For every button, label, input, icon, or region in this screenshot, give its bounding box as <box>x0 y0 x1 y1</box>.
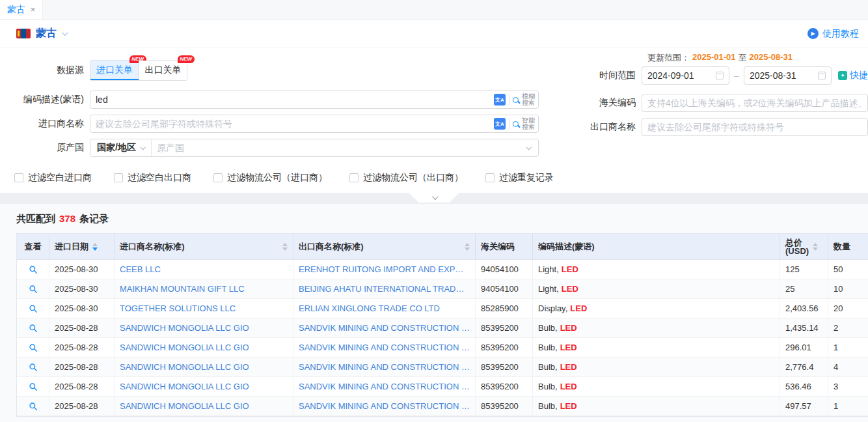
column-header-date[interactable]: 进口日期 <box>49 234 115 259</box>
sort-icon[interactable] <box>465 243 470 251</box>
tab-label: 蒙古 <box>7 4 25 16</box>
cell-quantity: 1 <box>828 338 868 357</box>
table-row: 2025-08-28 SANDWICH MONGOLIA LLC GIO SAN… <box>17 358 868 377</box>
cell-total-usd: 497.57 <box>780 397 828 415</box>
view-record-button[interactable] <box>29 304 38 313</box>
column-label: 出口商名称(标准) <box>299 241 364 253</box>
tutorial-link[interactable]: ▶ 使用教程 <box>807 28 859 40</box>
country-name: 蒙古 <box>36 27 57 40</box>
view-record-button[interactable] <box>29 285 38 294</box>
description-highlight: LED <box>560 362 577 372</box>
checkbox-filter-duplicates[interactable]: 过滤重复记录 <box>485 172 554 184</box>
exporter-input[interactable] <box>642 119 867 135</box>
checkbox-icon <box>114 173 123 182</box>
magnifier-icon <box>29 304 38 313</box>
exporter-link[interactable]: SANDVIK MINING AND CONSTRUCTION L... <box>299 401 470 411</box>
cell-import-date: 2025-08-30 <box>49 279 115 298</box>
cell-total-usd: 1,435.14 <box>780 318 828 337</box>
filter-left-column: 数据源 进口关单 NEW 出口关单 NEW 编码描述(蒙语) 文A <box>0 52 552 163</box>
exporter-link[interactable]: SANDVIK MINING AND CONSTRUCTION L... <box>299 323 470 333</box>
sort-icon[interactable] <box>92 243 98 251</box>
view-record-button[interactable] <box>29 363 38 372</box>
column-label: (USD) <box>785 247 809 255</box>
column-header-description: 编码描述(蒙语) <box>533 234 780 259</box>
importer-link[interactable]: TOGETHER SOLUTIONS LLC <box>120 303 236 313</box>
start-date-picker[interactable]: 2024-09-01 <box>642 66 729 85</box>
importer-link[interactable]: CEEB LLC <box>120 264 161 274</box>
cell-import-date: 2025-08-30 <box>49 260 115 279</box>
close-icon[interactable]: × <box>31 5 36 14</box>
result-count: 共匹配到 378 条记录 <box>16 213 868 225</box>
origin-input[interactable] <box>152 139 526 156</box>
checkbox-filter-logistics-exporter[interactable]: 过滤物流公司（出口商） <box>349 172 463 184</box>
cell-import-date: 2025-08-28 <box>49 318 115 337</box>
importer-link[interactable]: SANDWICH MONGOLIA LLC GIO <box>120 382 249 391</box>
view-record-button[interactable] <box>29 265 38 274</box>
view-record-button[interactable] <box>29 343 38 352</box>
exporter-link[interactable]: BEIJING AHATU INTERNATIONAL TRADE C... <box>299 284 470 294</box>
sort-icon[interactable] <box>282 243 288 251</box>
description-highlight: LED <box>562 264 578 274</box>
description-text: Bulb, <box>538 343 558 352</box>
smart-search-toggle[interactable]: 智能 搜索 <box>513 117 535 130</box>
checkbox-label: 过滤重复记录 <box>499 172 554 184</box>
view-record-button[interactable] <box>29 402 38 411</box>
description-text: Display, <box>538 303 567 313</box>
exporter-link[interactable]: SANDVIK MINING AND CONSTRUCTION L... <box>299 382 470 391</box>
importer-link[interactable]: SANDWICH MONGOLIA LLC GIO <box>120 323 249 333</box>
cell-total-usd: 125 <box>780 260 828 279</box>
translate-icon[interactable]: 文A <box>494 94 506 106</box>
column-label: 进口商名称(标准) <box>120 241 185 253</box>
region-type-select[interactable]: 国家/地区 <box>90 139 152 156</box>
column-header-exporter[interactable]: 出口商名称(标准) <box>293 234 476 259</box>
mode-line2: 搜索 <box>522 100 535 106</box>
importer-link[interactable]: SANDWICH MONGOLIA LLC GIO <box>120 401 249 411</box>
quick-select-button[interactable]: ✦ 快捷 <box>838 70 868 81</box>
cell-hs-code: 85395200 <box>476 397 533 415</box>
tab-export-label: 出口关单 <box>145 64 182 75</box>
exporter-link[interactable]: SANDVIK MINING AND CONSTRUCTION L... <box>299 343 470 352</box>
table-row: 2025-08-28 SANDWICH MONGOLIA LLC GIO SAN… <box>17 397 868 416</box>
view-record-button[interactable] <box>29 382 38 391</box>
checkbox-filter-blank-exporter[interactable]: 过滤空白出口商 <box>114 172 191 184</box>
importer-link[interactable]: SANDWICH MONGOLIA LLC GIO <box>120 343 249 352</box>
quick-select-icon: ✦ <box>838 71 847 80</box>
tab-export-declarations[interactable]: 出口关单 NEW <box>139 61 187 80</box>
country-selector[interactable]: 蒙古 <box>16 27 66 40</box>
importer-input[interactable] <box>90 115 494 132</box>
exporter-inputbox <box>642 118 868 136</box>
collapse-filters-button[interactable] <box>409 193 459 203</box>
hs-code-inputbox <box>642 94 868 112</box>
exporter-label: 出口商名称 <box>552 121 642 133</box>
translate-icon[interactable]: 文A <box>494 118 506 130</box>
cell-description: Light, LED <box>533 260 780 279</box>
calendar-icon <box>818 72 826 79</box>
checkbox-filter-logistics-importer[interactable]: 过滤物流公司（进口商） <box>213 172 327 184</box>
exporter-link[interactable]: ERENHOT RUITONG IMPORT AND EXPORT ... <box>299 264 470 274</box>
column-header-total[interactable]: 总价 (USD) <box>780 234 828 259</box>
table-row: 2025-08-30 CEEB LLC ERENHOT RUITONG IMPO… <box>17 260 868 279</box>
description-highlight: LED <box>560 401 577 411</box>
code-desc-input[interactable] <box>90 91 494 108</box>
column-header-importer[interactable]: 进口商名称(标准) <box>115 234 293 259</box>
fuzzy-search-toggle[interactable]: 模糊 搜索 <box>513 93 535 106</box>
tab-import-declarations[interactable]: 进口关单 NEW <box>90 61 139 80</box>
update-range-label: 更新范围： <box>647 52 690 64</box>
sort-icon[interactable] <box>813 243 818 251</box>
exporter-link[interactable]: ERLIAN XINGLONG TRADE CO LTD <box>299 303 440 313</box>
end-date-picker[interactable]: 2025-08-31 <box>744 66 832 85</box>
tab-mongolia[interactable]: 蒙古 × <box>0 0 43 19</box>
view-record-button[interactable] <box>29 324 38 333</box>
update-range-word: 至 <box>739 52 747 64</box>
update-range: 更新范围： 2025-01-01 至 2025-08-31 <box>647 52 868 64</box>
importer-link[interactable]: SANDWICH MONGOLIA LLC GIO <box>120 362 249 372</box>
table-header-row: 查看 进口日期 进口商名称(标准) 出口商名称(标准) 海关编码 编码描述(蒙语… <box>17 234 868 260</box>
importer-link[interactable]: MAIKHAN MOUNTAIN GIFT LLC <box>120 284 245 294</box>
cell-description: Bulb, LED <box>533 397 780 415</box>
cell-total-usd: 2,403.56 <box>780 299 828 318</box>
code-desc-inputbox: 文A 模糊 搜索 <box>90 91 539 109</box>
checkbox-filter-blank-importer[interactable]: 过滤空白进口商 <box>14 172 92 184</box>
exporter-link[interactable]: SANDVIK MINING AND CONSTRUCTION L... <box>299 362 470 372</box>
chevron-down-icon[interactable] <box>526 145 531 150</box>
hs-code-input[interactable] <box>642 94 867 111</box>
